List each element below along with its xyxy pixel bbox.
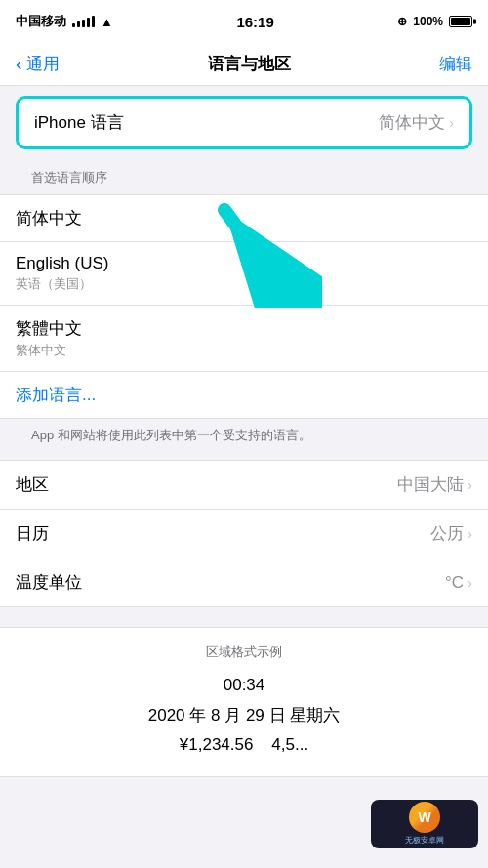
language-list: 简体中文 English (US) 英语（美国） 繁體中文 繁体中文 添加语言.… [0,194,488,419]
temperature-value: °C › [445,573,472,593]
iphone-language-section: iPhone 语言 简体中文 › [16,96,472,149]
list-item[interactable]: English (US) 英语（美国） [0,242,488,306]
calendar-value-text: 公历 [430,522,464,545]
add-language-label: 添加语言... [16,384,96,406]
format-number1: ¥1,234.56 [180,735,254,754]
language-name-2: 繁體中文 [16,317,82,340]
format-date: 2020 年 8 月 29 日 星期六 [16,701,472,731]
add-language-row[interactable]: 添加语言... [0,372,488,418]
battery-percent: 100% [413,15,443,28]
language-subtitle-2: 繁体中文 [16,342,82,359]
status-left: 中国移动 ▲ [16,13,113,30]
back-button[interactable]: ‹ 通用 [16,53,60,75]
status-time: 16:19 [236,14,273,30]
format-example-title: 区域格式示例 [16,643,472,661]
iphone-language-value-text: 简体中文 [379,111,445,134]
back-label: 通用 [26,53,60,75]
language-item-simplified: 简体中文 [16,207,82,229]
format-example-section: 区域格式示例 00:34 2020 年 8 月 29 日 星期六 ¥1,234.… [0,627,488,777]
language-item-english: English (US) 英语（美国） [16,254,108,293]
watermark: W 无极安卓网 [371,800,478,848]
signal-icon [72,16,95,27]
wifi-icon: ▲ [101,15,113,29]
calendar-value: 公历 › [430,522,472,545]
watermark-logo: W [409,802,440,833]
region-value: 中国大陆 › [397,474,472,496]
region-label: 地区 [16,474,49,496]
chevron-icon: › [468,525,472,542]
language-name-0: 简体中文 [16,207,82,229]
chevron-icon: › [468,574,472,591]
iphone-language-label: iPhone 语言 [34,111,124,134]
preferred-languages-footer: App 和网站将使用此列表中第一个受支持的语言。 [0,419,488,460]
iphone-language-value: 简体中文 › [379,111,454,134]
format-time: 00:34 [16,671,472,701]
temperature-value-text: °C [445,573,464,593]
list-item[interactable]: 简体中文 [0,195,488,242]
content-area: iPhone 语言 简体中文 › 首选语言顺序 简体中文 English (US… [0,86,488,777]
region-section: 地区 中国大陆 › 日历 公历 › 温度单位 °C › [0,460,488,607]
calendar-label: 日历 [16,522,49,545]
region-value-text: 中国大陆 [397,474,464,496]
back-arrow-icon: ‹ [16,54,22,73]
chevron-icon: › [449,114,454,131]
language-item-traditional: 繁體中文 繁体中文 [16,317,82,359]
iphone-language-row[interactable]: iPhone 语言 简体中文 › [19,99,469,146]
nav-bar: ‹ 通用 语言与地区 编辑 [0,43,488,86]
list-item[interactable]: 繁體中文 繁体中文 [0,306,488,372]
format-numbers: ¥1,234.56 4,5... [16,730,472,761]
watermark-site-name: 无极安卓网 [405,836,444,846]
format-number2: 4,5... [271,735,308,754]
page-title: 语言与地区 [208,53,291,75]
preferred-languages-header: 首选语言顺序 [0,165,488,194]
status-right: ⊕ 100% [397,15,472,28]
calendar-row[interactable]: 日历 公历 › [0,510,488,558]
language-name-1: English (US) [16,254,108,273]
watermark-inner: W 无极安卓网 [405,802,444,846]
region-row[interactable]: 地区 中国大陆 › [0,461,488,510]
charging-icon: ⊕ [397,15,407,28]
carrier-label: 中国移动 [16,13,66,30]
language-subtitle-1: 英语（美国） [16,275,108,293]
temperature-row[interactable]: 温度单位 °C › [0,558,488,606]
temperature-label: 温度单位 [16,571,82,594]
battery-icon [449,16,472,27]
edit-button[interactable]: 编辑 [439,53,472,75]
status-bar: 中国移动 ▲ 16:19 ⊕ 100% [0,0,488,43]
chevron-icon: › [468,476,472,493]
